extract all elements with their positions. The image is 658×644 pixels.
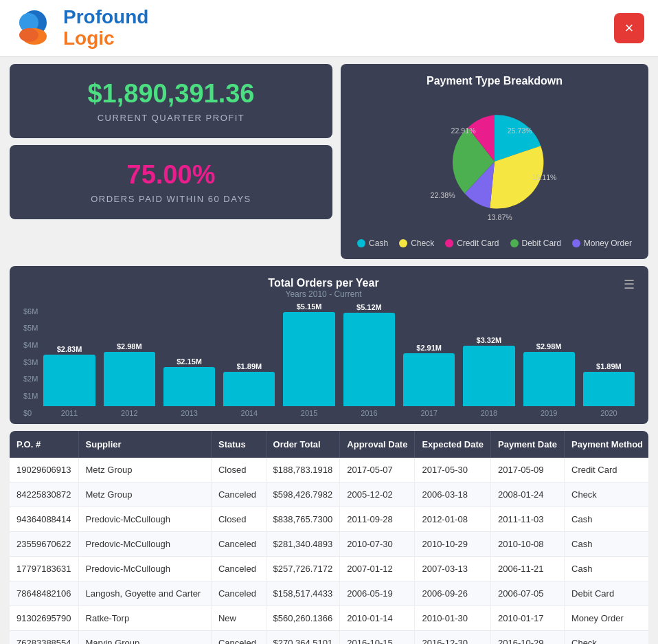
bar-col-2020: $1.89M 2020 [583,362,635,417]
bar-chart-title: Total Orders per Year [23,277,624,289]
cell-total: $158,517.4433 [266,581,340,606]
bar-value-2017: $2.91M [416,344,442,352]
cell-approval: 2011-09-28 [340,507,415,531]
bar-rect-2015 [283,312,334,406]
cell-total: $560,260.1366 [266,606,340,630]
cell-expected: 2012-01-08 [415,507,491,531]
cell-payment: 2010-01-17 [491,606,565,630]
cell-payment: 2017-05-09 [491,458,565,482]
header: Profound Logic × [0,0,658,57]
bar-rect-2011 [43,355,95,406]
bar-value-2015: $5.15M [297,302,322,311]
col-approval: Approval Date [340,431,415,458]
col-total: Order Total [266,431,340,458]
cell-total: $281,340.4893 [266,531,340,556]
cell-status: Closed [211,458,266,482]
cell-payment: 2008-01-24 [491,482,565,507]
cell-status: Canceled [211,556,266,581]
main-content: $1,890,391.36 CURRENT QUARTER PROFIT 75.… [0,57,658,644]
table-body: 19029606913 Metz Group Closed $188,783.1… [10,458,648,644]
cell-expected: 2007-03-13 [415,556,491,581]
cell-method: Cash [565,507,648,531]
bar-label-2017: 2017 [420,409,437,417]
bar-value-2011: $2.83M [57,345,82,353]
cell-method: Credit Card [565,458,648,482]
orders-card: 75.00% ORDERS PAID WITHIN 60 DAYS [10,145,332,219]
cell-method: Money Order [565,606,648,630]
cell-po: 76283388554 [10,630,78,644]
cell-payment: 2006-11-21 [491,556,565,581]
bar-rect-2013 [163,367,215,406]
cell-po: 23559670622 [10,531,78,556]
cell-payment: 2006-07-05 [491,581,565,606]
svg-point-3 [19,28,38,42]
cell-approval: 2005-12-02 [340,482,415,507]
profit-label: CURRENT QUARTER PROFIT [23,113,319,123]
table-row[interactable]: 76283388554 Marvin Group Canceled $270,3… [10,630,648,644]
bar-label-2019: 2019 [541,409,557,417]
svg-text:22.38%: 22.38% [431,191,456,199]
svg-text:25.73%: 25.73% [508,126,533,135]
col-supplier: Supplier [78,431,211,458]
bar-label-2020: 2020 [600,409,617,417]
bar-rect-2018 [463,346,514,406]
close-button[interactable]: × [614,13,644,43]
logo-area: Profound Logic [14,7,148,49]
bar-rect-2014 [223,372,275,406]
table-row[interactable]: 23559670622 Predovic-McCullough Canceled… [10,531,648,556]
table-row[interactable]: 91302695790 Ratke-Torp New $560,260.1366… [10,606,648,630]
table-row[interactable]: 19029606913 Metz Group Closed $188,783.1… [10,458,648,482]
cell-supplier: Metz Group [78,458,211,482]
bar-col-2019: $2.98M 2019 [523,342,575,417]
bar-label-2016: 2016 [361,409,377,417]
bar-label-2014: 2014 [241,409,258,417]
bar-value-2016: $5.12M [356,303,382,311]
cell-supplier: Ratke-Torp [78,606,211,630]
orders-label: ORDERS PAID WITHIN 60 DAYS [23,194,319,204]
pie-chart-svg: 25.73% 22.91% 15.11% 13.87% 22.38% [395,93,594,230]
cell-method: Cash [565,531,648,556]
bar-col-2017: $2.91M 2017 [403,344,455,417]
legend-credit: Credit Card [445,238,499,248]
bar-value-2019: $2.98M [536,342,562,351]
cell-expected: 2017-05-30 [415,458,491,482]
orders-value: 75.00% [23,160,319,190]
cell-total: $188,783.1918 [266,458,340,482]
table-row[interactable]: 94364088414 Predovic-McCullough Closed $… [10,507,648,531]
cell-supplier: Predovic-McCullough [78,507,211,531]
logo-line2: Logic [63,28,148,49]
profit-value: $1,890,391.36 [23,79,319,109]
bars-area: $2.83M 2011 $2.98M 2012 $2.15M 2013 $1.8… [43,307,635,417]
cell-method: Cash [565,556,648,581]
bar-chart-inner: $6M $5M $4M $3M $2M $1M $0 $2.83M 2011 $… [23,307,635,417]
cell-status: Canceled [211,581,266,606]
col-payment: Payment Date [491,431,565,458]
table-section: P.O. # Supplier Status Order Total Appro… [10,431,648,644]
cell-payment: 2016-10-29 [491,630,565,644]
bar-rect-2016 [343,313,395,406]
table-header-row: P.O. # Supplier Status Order Total Appro… [10,431,648,458]
bar-value-2014: $1.89M [236,362,262,370]
bar-chart-options-icon[interactable]: ☰ [624,277,635,292]
logo-text: Profound Logic [63,7,148,49]
legend-cash: Cash [357,238,388,248]
cell-status: Canceled [211,531,266,556]
cell-approval: 2010-07-30 [340,531,415,556]
cell-approval: 2010-01-14 [340,606,415,630]
cell-method: Debit Card [565,581,648,606]
bar-rect-2012 [104,352,155,406]
table-row[interactable]: 78648482106 Langosh, Goyette and Carter … [10,581,648,606]
bar-value-2013: $2.15M [177,357,202,366]
cell-po: 84225830872 [10,482,78,507]
cell-expected: 2010-01-30 [415,606,491,630]
table-row[interactable]: 84225830872 Metz Group Canceled $598,426… [10,482,648,507]
col-po: P.O. # [10,431,78,458]
table-row[interactable]: 17797183631 Predovic-McCullough Canceled… [10,556,648,581]
bar-col-2012: $2.98M 2012 [104,342,155,417]
bar-col-2016: $5.12M 2016 [343,303,395,417]
bar-chart-subtitle: Years 2010 - Current [23,289,624,299]
cell-po: 94364088414 [10,507,78,531]
top-row: $1,890,391.36 CURRENT QUARTER PROFIT 75.… [10,64,648,259]
legend-money-order: Money Order [572,238,632,248]
cell-approval: 2006-05-19 [340,581,415,606]
